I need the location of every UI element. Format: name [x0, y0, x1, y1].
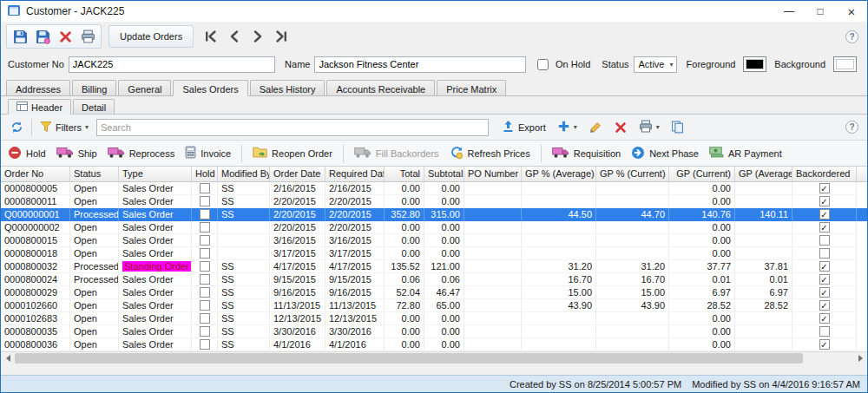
column-header-gp_avg[interactable]: GP (Average): [735, 167, 792, 181]
hold-checkbox[interactable]: [200, 339, 210, 350]
status-dropdown[interactable]: Active ▾: [634, 56, 677, 73]
backordered-checkbox[interactable]: ✓: [819, 300, 830, 311]
horizontal-scrollbar[interactable]: [1, 351, 867, 364]
tab-sales-history[interactable]: Sales History: [250, 80, 326, 95]
hold-checkbox[interactable]: [200, 222, 210, 233]
column-header-subtotal[interactable]: Subtotal: [424, 167, 464, 181]
column-header-type[interactable]: Type: [119, 167, 192, 181]
column-header-gp_pct_avg[interactable]: GP % (Average): [522, 167, 596, 181]
column-header-backordered[interactable]: Backordered: [792, 167, 857, 181]
column-header-gp_cur[interactable]: GP (Current): [669, 167, 735, 181]
table-row[interactable]: 0000800024ProcessedSales OrderSS9/15/201…: [1, 273, 867, 286]
delete-order-button[interactable]: [610, 117, 631, 138]
tab-billing[interactable]: Billing: [72, 80, 116, 95]
backordered-checkbox[interactable]: [819, 326, 830, 337]
backordered-checkbox[interactable]: ✓: [819, 339, 830, 350]
hold-checkbox[interactable]: [200, 248, 210, 259]
hold-checkbox[interactable]: [200, 274, 210, 285]
column-header-status[interactable]: Status: [70, 167, 119, 181]
hold-checkbox[interactable]: [200, 300, 210, 311]
column-header-order_date[interactable]: Order Date: [270, 167, 326, 181]
tab-addresses[interactable]: Addresses: [6, 80, 70, 95]
previous-record-button[interactable]: [224, 26, 245, 47]
scroll-left-arrow[interactable]: [1, 352, 15, 364]
backordered-checkbox[interactable]: ✓: [819, 209, 830, 219]
column-header-hold[interactable]: Hold: [192, 167, 218, 181]
customer-no-input[interactable]: [69, 56, 275, 73]
column-header-modified_by[interactable]: Modified By: [218, 167, 270, 181]
edit-order-button[interactable]: [585, 117, 606, 138]
hold-checkbox[interactable]: [200, 313, 210, 324]
hold-checkbox[interactable]: [200, 196, 210, 206]
copy-order-button[interactable]: [667, 117, 688, 138]
table-row[interactable]: 0000800018OpenSales Order3/17/20153/17/2…: [1, 247, 867, 260]
print-orders-button[interactable]: ▾: [635, 118, 663, 136]
table-row[interactable]: 0000800015OpenSales Order3/16/20153/16/2…: [1, 234, 867, 247]
hold-checkbox[interactable]: [200, 326, 210, 337]
backordered-checkbox[interactable]: [819, 235, 830, 246]
table-row[interactable]: Q000000001ProcessedSales OrderSS2/20/201…: [1, 208, 867, 221]
search-input[interactable]: [96, 119, 489, 136]
fill-backorders-button[interactable]: Fill Backorders: [354, 147, 439, 160]
maximize-button[interactable]: □: [805, 1, 836, 22]
export-button[interactable]: Export: [498, 118, 549, 136]
hold-checkbox[interactable]: [200, 287, 210, 298]
subtab-detail[interactable]: Detail: [73, 99, 115, 114]
add-order-button[interactable]: ▾: [554, 118, 581, 136]
background-swatch[interactable]: [833, 56, 857, 72]
delete-record-button[interactable]: [55, 26, 76, 47]
table-row[interactable]: 0000800011OpenSales OrderSS2/20/20152/20…: [1, 195, 867, 208]
column-header-gp_pct_cur[interactable]: GP % (Current): [596, 167, 669, 181]
backordered-checkbox[interactable]: ✓: [819, 196, 830, 206]
refresh-prices-button[interactable]: Refresh Prices: [450, 146, 530, 161]
backordered-checkbox[interactable]: ✓: [819, 261, 830, 272]
ship-button[interactable]: Ship: [56, 147, 97, 160]
hold-checkbox[interactable]: [200, 183, 210, 193]
tab-accounts-receivable[interactable]: Accounts Receivable: [326, 80, 435, 95]
hold-checkbox[interactable]: [200, 235, 210, 246]
close-button[interactable]: ×: [836, 1, 867, 22]
backordered-checkbox[interactable]: [819, 248, 830, 259]
help-icon[interactable]: ?: [845, 30, 858, 43]
table-row[interactable]: 0000800036OpenSales OrderSS4/1/20164/1/2…: [1, 338, 867, 351]
save-button[interactable]: [10, 26, 30, 47]
print-record-button[interactable]: [77, 26, 98, 47]
subtab-header[interactable]: Header: [8, 99, 71, 115]
requisition-button[interactable]: Requisition: [552, 147, 621, 160]
table-row[interactable]: Q000000002OpenSales Order2/20/20152/20/2…: [1, 221, 867, 234]
scroll-right-arrow[interactable]: [853, 352, 867, 364]
tab-general[interactable]: General: [118, 80, 171, 95]
first-record-button[interactable]: [201, 26, 221, 47]
table-row[interactable]: 0000800029OpenSales OrderSS9/16/20159/16…: [1, 286, 867, 299]
foreground-swatch[interactable]: [743, 56, 766, 72]
column-header-order_no[interactable]: Order No: [1, 167, 70, 181]
ar-payment-button[interactable]: AR Payment: [709, 147, 782, 160]
backordered-checkbox[interactable]: ✓: [819, 313, 830, 324]
scroll-track[interactable]: [15, 352, 853, 364]
hold-checkbox[interactable]: [200, 209, 210, 219]
on-hold-checkbox[interactable]: [537, 59, 549, 70]
filters-button[interactable]: Filters ▾: [36, 119, 92, 136]
minimize-button[interactable]: —: [773, 1, 805, 22]
table-row[interactable]: 0000800005OpenSales OrderSS2/16/20152/16…: [1, 182, 867, 195]
table-row[interactable]: 0000102683OpenSales OrderSS12/13/201512/…: [1, 312, 867, 325]
table-row[interactable]: 0000800035OpenSales OrderSS3/30/20163/30…: [1, 325, 867, 338]
invoice-button[interactable]: Invoice: [185, 146, 231, 160]
backordered-checkbox[interactable]: ✓: [819, 287, 830, 298]
update-orders-button[interactable]: Update Orders: [108, 25, 194, 48]
next-record-button[interactable]: [247, 26, 268, 47]
refresh-button[interactable]: [6, 117, 27, 138]
tab-sales-orders[interactable]: Sales Orders: [173, 80, 247, 96]
reprocess-button[interactable]: Reprocess: [108, 147, 175, 160]
hold-checkbox[interactable]: [200, 261, 210, 272]
column-header-po_number[interactable]: PO Number: [464, 167, 522, 181]
last-record-button[interactable]: [271, 26, 292, 47]
customer-name-input[interactable]: [314, 56, 526, 73]
save-close-button[interactable]: [32, 26, 53, 47]
help-icon[interactable]: ?: [845, 121, 858, 134]
table-row[interactable]: 0000102660OpenSales OrderSS11/13/201511/…: [1, 299, 867, 312]
backordered-checkbox[interactable]: ✓: [819, 274, 830, 285]
table-row[interactable]: 0000800032ProcessedStanding OrderSS4/17/…: [1, 260, 867, 273]
hold-button[interactable]: Hold: [8, 146, 46, 161]
column-header-total[interactable]: Total: [385, 167, 424, 181]
